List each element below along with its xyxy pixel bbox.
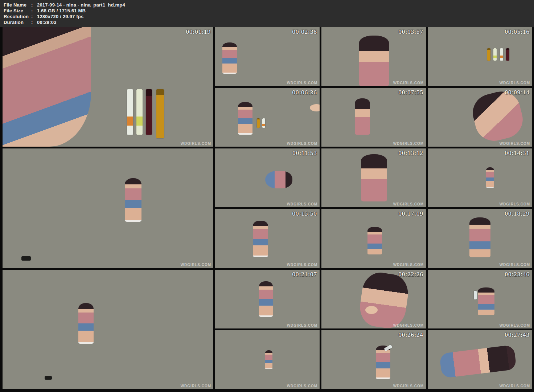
timestamp-overlay: 00:23:46 [505, 271, 530, 278]
bottle [500, 48, 503, 61]
person-figure [222, 42, 237, 74]
timestamp-overlay: 00:18:29 [505, 210, 530, 217]
separator: : [31, 8, 37, 14]
video-thumbnail: WDGIRLS.COM [3, 148, 213, 268]
timestamp-overlay: 00:21:07 [292, 271, 317, 278]
watermark: WDGIRLS.COM [500, 81, 530, 85]
timestamp-overlay: 00:15:50 [292, 210, 317, 217]
video-thumbnail: 00:09:14 WDGIRLS.COM [428, 88, 532, 147]
bottle [474, 291, 477, 299]
person-figure [376, 346, 390, 379]
timestamp-overlay: 00:27:43 [505, 331, 530, 339]
timestamp-overlay: 00:09:14 [505, 89, 530, 96]
video-thumbnail: 00:14:31 WDGIRLS.COM [428, 148, 532, 207]
person-figure [265, 350, 272, 369]
bottle [257, 118, 260, 128]
timestamp-overlay: 00:05:16 [505, 28, 530, 36]
watermark: WDGIRLS.COM [181, 384, 211, 388]
person-figure [265, 171, 292, 189]
bottle [156, 89, 164, 138]
video-thumbnail: 00:06:36 WDGIRLS.COM [215, 88, 320, 147]
duration-label: Duration [4, 20, 31, 25]
bottle [262, 118, 265, 128]
person-figure [469, 217, 490, 257]
video-thumbnail: 00:03:57 WDGIRLS.COM [321, 27, 426, 86]
separator: : [31, 14, 37, 20]
person-figure [359, 36, 389, 86]
bottle [487, 48, 490, 61]
timestamp-overlay: 00:22:26 [399, 271, 423, 278]
timestamp-overlay: 00:07:55 [399, 89, 423, 96]
person-figure [478, 287, 494, 315]
watermark: WDGIRLS.COM [287, 142, 317, 146]
video-thumbnail: 00:11:53 WDGIRLS.COM [215, 148, 320, 207]
watermark: WDGIRLS.COM [287, 323, 317, 327]
watermark: WDGIRLS.COM [393, 81, 424, 85]
video-thumbnail: 00:13:12 WDGIRLS.COM [321, 148, 426, 207]
watermark: WDGIRLS.COM [500, 384, 530, 388]
bottle [127, 89, 133, 135]
video-thumbnail: 00:17:09 WDGIRLS.COM [321, 209, 426, 268]
sheet-row-2: WDGIRLS.COM 00:11:53 WDGIRLS.COM 00:13:1… [3, 148, 531, 268]
person-face [358, 270, 411, 328]
watermark: WDGIRLS.COM [500, 142, 530, 146]
video-thumbnail: 00:27:43 WDGIRLS.COM [428, 330, 532, 389]
resolution-value: 1280x720 / 29.97 fps [37, 14, 83, 20]
person-face [469, 88, 527, 145]
video-thumbnail: 00:01:19 WDGIRLS.COM [3, 27, 213, 147]
watermark: WDGIRLS.COM [393, 323, 424, 327]
video-thumbnail: 00:05:16 WDGIRLS.COM [428, 27, 532, 86]
watermark: WDGIRLS.COM [287, 202, 317, 206]
video-thumbnail: 00:02:38 WDGIRLS.COM [215, 27, 320, 86]
timestamp-overlay: 00:06:36 [292, 89, 317, 96]
file-size-row: File Size : 1.68 GB / 1715.61 MB [4, 8, 534, 14]
video-thumbnail: WDGIRLS.COM [215, 330, 320, 389]
watermark: WDGIRLS.COM [181, 142, 211, 146]
person-figure [125, 178, 141, 222]
video-thumbnail: 00:23:46 WDGIRLS.COM [428, 270, 532, 328]
timestamp-overlay: 00:01:19 [186, 28, 211, 36]
watermark: WDGIRLS.COM [287, 81, 317, 85]
video-thumbnail: 00:07:55 WDGIRLS.COM [321, 88, 426, 147]
bottle [493, 48, 497, 61]
watermark: WDGIRLS.COM [393, 142, 424, 146]
file-name-label: File Name [4, 2, 31, 8]
watermark: WDGIRLS.COM [287, 384, 317, 388]
watermark: WDGIRLS.COM [500, 263, 530, 267]
timestamp-overlay: 00:11:53 [292, 150, 317, 157]
video-thumbnail: WDGIRLS.COM [3, 270, 213, 389]
person-figure [259, 281, 273, 317]
watermark: WDGIRLS.COM [181, 263, 211, 267]
bottle [136, 89, 143, 135]
timestamp-overlay: 00:03:57 [399, 28, 423, 36]
video-thumbnail: 00:15:50 WDGIRLS.COM [215, 209, 320, 268]
timestamp-overlay: 00:26:24 [399, 331, 423, 339]
resolution-label: Resolution [4, 14, 31, 20]
timestamp-overlay: 00:14:31 [505, 150, 530, 157]
watermark: WDGIRLS.COM [393, 263, 424, 267]
watermark: WDGIRLS.COM [393, 384, 424, 388]
video-thumbnail: 00:21:07 WDGIRLS.COM [215, 270, 320, 328]
watermark: WDGIRLS.COM [500, 323, 530, 327]
person-figure [355, 98, 370, 135]
video-thumbnail: 00:18:29 WDGIRLS.COM [428, 209, 532, 268]
file-name-value: 2017-09-14 - nina - nina_part1_hd.mp4 [37, 2, 125, 8]
bottle [146, 89, 152, 135]
file-size-label: File Size [4, 8, 31, 14]
file-name-row: File Name : 2017-09-14 - nina - nina_par… [4, 2, 534, 8]
duration-value: 00:29:03 [37, 20, 57, 25]
timestamp-overlay: 00:13:12 [399, 150, 423, 157]
video-thumbnail: 00:22:26 WDGIRLS.COM [321, 270, 426, 328]
camera-bag [45, 376, 52, 380]
duration-row: Duration : 00:29:03 [4, 20, 534, 25]
video-thumbnail: 00:26:24 WDGIRLS.COM [321, 330, 426, 389]
file-size-value: 1.68 GB / 1715.61 MB [37, 8, 86, 14]
camera-bag [21, 256, 31, 261]
person-figure [3, 27, 91, 147]
sheet-row-1: 00:01:19 WDGIRLS.COM 00:02:38 WDGIRLS.CO… [3, 27, 531, 147]
person-figure [361, 154, 387, 201]
person-figure [238, 102, 252, 135]
watermark: WDGIRLS.COM [500, 202, 530, 206]
person-figure [439, 344, 517, 378]
watermark: WDGIRLS.COM [393, 202, 424, 206]
